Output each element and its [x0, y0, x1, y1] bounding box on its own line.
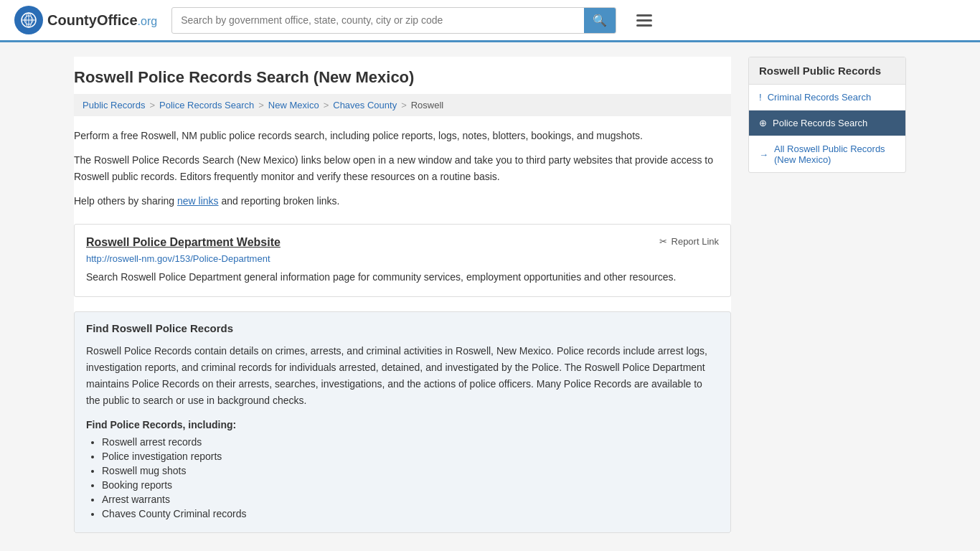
logo-text: CountyOffice [47, 12, 138, 28]
search-bar: 🔍 [171, 7, 616, 34]
breadcrumb-current: Roswell [411, 100, 444, 110]
all-records-link[interactable]: All Roswell Public Records (New Mexico) [774, 143, 895, 165]
find-section-subtitle: Find Police Records, including: [86, 419, 719, 430]
find-section: Find Roswell Police Records Roswell Poli… [74, 311, 731, 533]
circle-plus-icon: ⊕ [759, 118, 767, 128]
description-3: Help others by sharing new links and rep… [74, 193, 731, 209]
breadcrumb-link-police-records-search[interactable]: Police Records Search [159, 100, 254, 110]
page-wrapper: Roswell Police Records Search (New Mexic… [60, 42, 920, 547]
list-item: Booking reports [102, 479, 719, 491]
list-item: Roswell arrest records [102, 436, 719, 448]
report-link-label: Report Link [672, 236, 719, 247]
breadcrumb-sep-3: > [324, 100, 329, 110]
sidebar-title: Roswell Public Records [749, 57, 905, 85]
sidebar-item-all-records[interactable]: → All Roswell Public Records (New Mexico… [749, 136, 905, 172]
hamburger-menu-button[interactable] [631, 9, 658, 32]
breadcrumb-link-chaves-county[interactable]: Chaves County [333, 100, 397, 110]
page-title: Roswell Police Records Search (New Mexic… [74, 57, 731, 94]
link-card-url[interactable]: http://roswell-nm.gov/153/Police-Departm… [86, 253, 719, 264]
site-header: CountyOffice.org 🔍 [0, 0, 980, 42]
breadcrumb-sep-2: > [258, 100, 264, 110]
search-button[interactable]: 🔍 [584, 8, 616, 33]
sidebar-item-police-records[interactable]: ⊕ Police Records Search [749, 110, 905, 136]
breadcrumb-sep-1: > [149, 100, 155, 110]
breadcrumb-sep-4: > [401, 100, 407, 110]
sidebar-item-criminal-records[interactable]: ! Criminal Records Search [749, 85, 905, 110]
criminal-records-link[interactable]: Criminal Records Search [768, 92, 872, 103]
find-list: Roswell arrest recordsPolice investigati… [86, 436, 719, 519]
report-link-button[interactable]: ✂ Report Link [659, 236, 719, 247]
find-section-body: Roswell Police Records contain details o… [86, 343, 719, 409]
link-card: Roswell Police Department Website ✂ Repo… [74, 224, 731, 297]
logo-link[interactable]: CountyOffice.org [14, 6, 157, 34]
search-input[interactable] [172, 9, 584, 32]
list-item: Roswell mug shots [102, 465, 719, 476]
description-2: The Roswell Police Records Search (New M… [74, 152, 731, 184]
description-1: Perform a free Roswell, NM public police… [74, 128, 731, 143]
breadcrumb-link-public-records[interactable]: Public Records [83, 100, 145, 110]
logo-icon [14, 6, 43, 34]
report-link-icon: ✂ [659, 236, 667, 247]
description-3-suffix: and reporting broken links. [219, 195, 340, 207]
list-item: Police investigation reports [102, 451, 719, 462]
list-item: Chaves County Criminal records [102, 508, 719, 519]
police-records-link[interactable]: Police Records Search [773, 118, 867, 128]
hamburger-icon [636, 14, 652, 27]
list-item: Arrest warrants [102, 494, 719, 505]
sidebar: Roswell Public Records ! Criminal Record… [748, 57, 906, 533]
sidebar-box: Roswell Public Records ! Criminal Record… [748, 57, 906, 173]
link-card-title[interactable]: Roswell Police Department Website [86, 236, 281, 249]
find-section-title: Find Roswell Police Records [86, 322, 719, 334]
exclamation-icon: ! [759, 92, 762, 103]
link-card-header: Roswell Police Department Website ✂ Repo… [86, 236, 719, 249]
description-3-prefix: Help others by sharing [74, 195, 177, 207]
breadcrumb-link-new-mexico[interactable]: New Mexico [268, 100, 319, 110]
main-content: Roswell Police Records Search (New Mexic… [74, 57, 731, 533]
new-links-link[interactable]: new links [177, 195, 219, 207]
link-card-description: Search Roswell Police Department general… [86, 270, 719, 285]
logo-org: .org [138, 15, 158, 27]
search-icon: 🔍 [593, 14, 607, 27]
arrow-icon: → [759, 149, 768, 160]
breadcrumb: Public Records > Police Records Search >… [74, 94, 731, 116]
